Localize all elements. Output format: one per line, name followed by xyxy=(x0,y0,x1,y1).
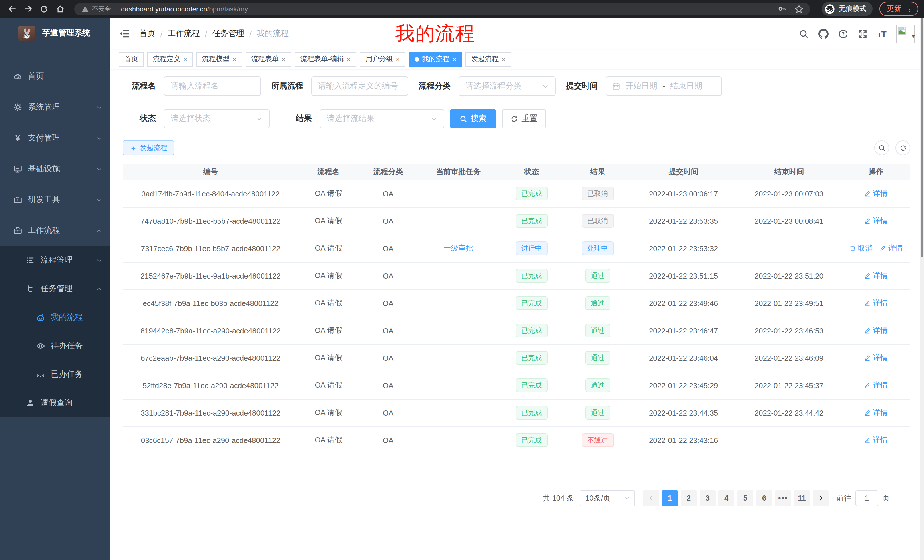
cell-end-time: 2022-01-22 23:46:09 xyxy=(736,344,842,371)
browser-forward-icon[interactable] xyxy=(22,3,34,15)
detail-link[interactable]: 详情 xyxy=(864,325,888,335)
close-icon[interactable]: × xyxy=(396,55,400,63)
goto-page-input[interactable]: 1 xyxy=(855,490,878,506)
cell-submit-time: 2022-01-22 23:46:04 xyxy=(631,344,736,371)
sidebar-item-label: 研发工具 xyxy=(28,195,60,205)
prev-page-button[interactable] xyxy=(643,490,659,506)
sidebar-item-首页[interactable]: 首页 xyxy=(0,61,110,92)
close-icon[interactable]: × xyxy=(501,55,506,63)
sidebar-item-研发工具[interactable]: 研发工具 xyxy=(0,184,110,215)
table-refresh-button[interactable] xyxy=(896,141,910,155)
process-name-input[interactable]: 请输入流程名 xyxy=(164,76,261,96)
hamburger-icon[interactable] xyxy=(119,28,130,39)
sidebar-logo[interactable]: 🐰 芋道管理系统 xyxy=(0,18,110,48)
parent-process-input[interactable]: 请输入流程定义的编号 xyxy=(311,76,408,96)
chevron-down-icon xyxy=(256,115,263,122)
url-path[interactable]: /bpm/task/my xyxy=(207,5,248,13)
sidebar-item-请假查询[interactable]: 请假查询 xyxy=(0,389,110,417)
page-button-6[interactable]: 6 xyxy=(756,490,772,506)
key-icon[interactable] xyxy=(778,4,786,13)
edit-icon xyxy=(864,190,871,197)
detail-link[interactable]: 详情 xyxy=(879,243,903,253)
table-toolbar: ＋ 发起流程 xyxy=(123,141,910,155)
current-task-link[interactable]: 一级审批 xyxy=(444,244,473,252)
reset-button[interactable]: 重置 xyxy=(502,109,546,129)
close-icon[interactable]: × xyxy=(282,55,285,63)
status-select[interactable]: 请选择状态 xyxy=(164,109,270,129)
page-button-11[interactable]: 11 xyxy=(794,490,810,506)
detail-link[interactable]: 详情 xyxy=(864,271,888,281)
breadcrumb-item[interactable]: 我的流程 xyxy=(257,28,289,39)
sidebar-item-系统管理[interactable]: 系统管理 xyxy=(0,92,110,123)
sidebar-item-支付管理[interactable]: ¥支付管理 xyxy=(0,123,110,154)
detail-link[interactable]: 详情 xyxy=(864,298,888,308)
column-header-流程名: 流程名 xyxy=(298,164,358,180)
table-search-button[interactable] xyxy=(874,141,889,155)
tab-首页[interactable]: 首页 xyxy=(119,52,144,66)
browser-update-button[interactable]: 更新 ⋮ xyxy=(879,2,918,16)
sidebar-item-我的流程[interactable]: 我的流程 xyxy=(0,303,110,332)
tab-流程表单-编辑[interactable]: 流程表单-编辑× xyxy=(295,52,356,66)
github-icon[interactable] xyxy=(818,28,829,39)
update-label[interactable]: 更新 xyxy=(887,4,901,14)
more-pages-button[interactable]: ••• xyxy=(775,490,791,506)
result-select[interactable]: 请选择流结果 xyxy=(320,109,444,129)
breadcrumb-item[interactable]: 任务管理 xyxy=(213,28,244,39)
cell-submit-time: 2022-01-22 23:45:29 xyxy=(631,371,736,399)
breadcrumb-item[interactable]: 首页 xyxy=(140,28,155,39)
page-size-select[interactable]: 10条/页 xyxy=(580,490,635,506)
close-icon[interactable]: × xyxy=(346,55,351,63)
detail-link[interactable]: 详情 xyxy=(864,407,888,418)
security-label[interactable]: 不安全 xyxy=(92,4,111,13)
page-button-1[interactable]: 1 xyxy=(662,490,678,506)
detail-link[interactable]: 详情 xyxy=(864,353,888,363)
sidebar-item-已办任务[interactable]: 已办任务 xyxy=(0,360,110,389)
avatar-caret-icon[interactable]: ▾ xyxy=(912,32,915,40)
search-button[interactable]: 搜索 xyxy=(450,109,496,129)
browser-reload-icon[interactable] xyxy=(38,3,50,15)
bookmark-star-icon[interactable] xyxy=(794,4,804,13)
page-button-2[interactable]: 2 xyxy=(681,490,697,506)
page-button-3[interactable]: 3 xyxy=(700,490,716,506)
cancel-link[interactable]: 取消 xyxy=(849,243,873,253)
close-icon[interactable]: × xyxy=(452,55,456,63)
close-icon[interactable]: × xyxy=(183,55,188,63)
scrollbar-thumb[interactable] xyxy=(921,18,923,258)
breadcrumb-item[interactable]: 工作流程 xyxy=(168,28,200,39)
tab-流程表单[interactable]: 流程表单× xyxy=(246,52,291,66)
url-host[interactable]: dashboard.yudao.iocoder.cn xyxy=(121,5,207,13)
cell-current-task xyxy=(418,180,498,207)
sidebar-item-任务管理[interactable]: 任务管理 xyxy=(0,275,110,303)
action-label: 详情 xyxy=(873,216,888,226)
tab-我的流程[interactable]: 我的流程× xyxy=(409,52,462,66)
header-search-icon[interactable] xyxy=(799,29,808,39)
sidebar-item-基础设施[interactable]: 基础设施 xyxy=(0,154,110,184)
category-select[interactable]: 请选择流程分类 xyxy=(459,76,556,96)
page-button-4[interactable]: 4 xyxy=(718,490,734,506)
tab-用户分组[interactable]: 用户分组× xyxy=(360,52,405,66)
font-size-icon[interactable]: тT xyxy=(877,29,886,38)
help-icon[interactable]: ? xyxy=(838,29,848,39)
browser-home-icon[interactable] xyxy=(54,3,66,15)
sidebar-item-流程管理[interactable]: 流程管理 xyxy=(0,246,110,275)
browser-back-icon[interactable] xyxy=(6,3,18,15)
detail-link[interactable]: 详情 xyxy=(864,216,888,226)
submit-time-range-picker[interactable]: 开始日期 - 结束日期 xyxy=(606,76,722,96)
tab-流程定义[interactable]: 流程定义× xyxy=(147,52,193,66)
tab-流程模型[interactable]: 流程模型× xyxy=(196,52,242,66)
next-page-button[interactable] xyxy=(813,490,829,506)
scrollbar-track[interactable] xyxy=(920,18,924,560)
detail-link[interactable]: 详情 xyxy=(864,435,888,445)
browser-menu-icon[interactable]: ⋮ xyxy=(906,5,913,12)
result-badge: 已取消 xyxy=(582,187,614,201)
detail-link[interactable]: 详情 xyxy=(864,380,888,391)
fullscreen-icon[interactable] xyxy=(858,29,867,39)
sidebar-item-工作流程[interactable]: 工作流程 xyxy=(0,215,110,246)
page-button-5[interactable]: 5 xyxy=(737,490,753,506)
tab-发起流程[interactable]: 发起流程× xyxy=(465,52,511,66)
detail-link[interactable]: 详情 xyxy=(864,189,888,199)
address-bar[interactable]: 不安全 dashboard.yudao.iocoder.cn/bpm/task/… xyxy=(74,3,810,15)
close-icon[interactable]: × xyxy=(232,55,236,63)
create-process-button[interactable]: ＋ 发起流程 xyxy=(123,141,174,155)
sidebar-item-待办任务[interactable]: 待办任务 xyxy=(0,332,110,360)
